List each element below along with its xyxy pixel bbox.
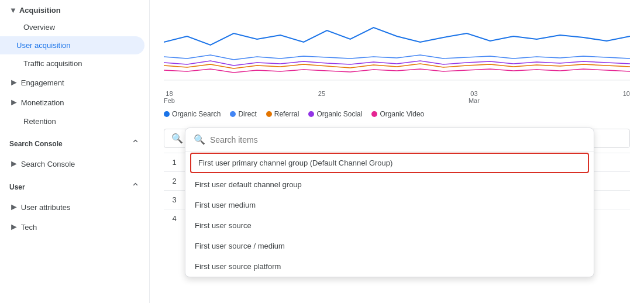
monetization-label: Monetization	[21, 98, 64, 107]
search-console-section-label: Search Console	[9, 140, 63, 148]
user-section-header[interactable]: User ⌃	[0, 174, 149, 197]
organic-search-label: Organic Search	[172, 110, 221, 118]
sidebar-item-tech[interactable]: ► Tech	[0, 217, 149, 237]
user-acquisition-label: User acquisition	[16, 41, 71, 50]
x-label-10: 10	[623, 90, 630, 104]
dropdown-search-row: 🔍	[185, 128, 594, 152]
dropdown-item-label-0: First user primary channel group (Defaul…	[198, 159, 392, 167]
user-attributes-label: User attributes	[21, 203, 71, 212]
legend-item-organic-video[interactable]: Organic Video	[371, 110, 424, 118]
search-console-item-label: Search Console	[21, 160, 75, 168]
search-icon: 🔍	[171, 133, 183, 144]
dropdown-search-input[interactable]	[210, 135, 586, 144]
expand-icon-search-console: ►	[9, 159, 19, 169]
expand-icon-user-attributes: ►	[9, 202, 19, 212]
direct-dot	[230, 111, 236, 117]
chart-legend: Organic Search Direct Referral Organic S…	[150, 104, 644, 124]
user-section-label: User	[9, 183, 25, 191]
tech-label: Tech	[21, 223, 37, 232]
sidebar-item-traffic-acquisition[interactable]: Traffic acquisition	[0, 54, 144, 73]
x-label-03: 03Mar	[469, 90, 480, 104]
retention-label: Retention	[23, 117, 56, 126]
sidebar-item-search-console[interactable]: ► Search Console	[0, 154, 149, 174]
search-console-section-header[interactable]: Search Console ⌃	[0, 130, 149, 154]
row-number-4: 4	[164, 214, 185, 223]
row-number-3: 3	[164, 195, 185, 204]
sidebar-item-user-acquisition[interactable]: User acquisition	[0, 36, 144, 54]
sidebar-item-monetization[interactable]: ► Monetization	[0, 92, 149, 112]
dropdown-item-2[interactable]: First user medium	[185, 195, 594, 215]
direct-label: Direct	[238, 110, 256, 118]
sidebar-item-engagement[interactable]: ► Engagement	[0, 73, 149, 92]
legend-item-referral[interactable]: Referral	[266, 110, 299, 118]
sidebar-item-retention[interactable]: Retention	[0, 112, 144, 130]
dropdown-item-label-5: First user source platform	[195, 262, 281, 271]
x-label-18: 18Feb	[164, 90, 175, 104]
dropdown-item-3[interactable]: First user source	[185, 215, 594, 236]
organic-video-label: Organic Video	[380, 110, 424, 118]
engagement-label: Engagement	[21, 78, 64, 87]
dropdown-search-icon: 🔍	[194, 134, 205, 145]
traffic-acquisition-label: Traffic acquisition	[23, 59, 82, 68]
dropdown-overlay: 🔍 First user primary channel group (Defa…	[185, 128, 594, 277]
acquisition-label: Acquisition	[19, 6, 61, 15]
sidebar-item-user-attributes[interactable]: ► User attributes	[0, 197, 149, 217]
dropdown-item-label-3: First user source	[195, 221, 252, 230]
row-number-2: 2	[164, 177, 185, 185]
overview-label: Overview	[23, 23, 55, 32]
dropdown-item-label-2: First user medium	[195, 201, 256, 209]
organic-video-dot	[371, 111, 377, 117]
main-content: 18Feb 25 03Mar 10 Organic Search Direct …	[150, 0, 644, 303]
organic-social-dot	[308, 111, 314, 117]
organic-social-label: Organic Social	[316, 110, 362, 118]
x-label-25: 25	[318, 90, 325, 104]
legend-item-direct[interactable]: Direct	[230, 110, 256, 118]
expand-icon-monetization: ►	[9, 97, 19, 108]
legend-item-organic-search[interactable]: Organic Search	[164, 110, 221, 118]
sidebar-item-overview[interactable]: Overview	[0, 18, 144, 36]
row-number-1: 1	[164, 158, 185, 167]
user-section-chevron[interactable]: ⌃	[131, 181, 140, 194]
dropdown-item-5[interactable]: First user source platform	[185, 256, 594, 277]
expand-icon-tech: ►	[9, 222, 19, 232]
acquisition-section[interactable]: ▼ Acquisition	[0, 2, 149, 18]
organic-search-dot	[164, 111, 170, 117]
dropdown-item-0[interactable]: First user primary channel group (Defaul…	[190, 153, 589, 173]
referral-dot	[266, 111, 272, 117]
chart-x-labels: 18Feb 25 03Mar 10	[164, 89, 630, 104]
expand-icon: ▼	[9, 6, 17, 15]
referral-label: Referral	[274, 110, 299, 118]
dropdown-item-4[interactable]: First user source / medium	[185, 236, 594, 256]
chart-area: 18Feb 25 03Mar 10	[150, 0, 644, 104]
dropdown-item-label-4: First user source / medium	[195, 242, 285, 250]
search-console-chevron[interactable]: ⌃	[131, 137, 140, 150]
expand-icon-engagement: ►	[9, 77, 19, 88]
dropdown-item-1[interactable]: First user default channel group	[185, 174, 594, 195]
legend-item-organic-social[interactable]: Organic Social	[308, 110, 362, 118]
chart-svg	[164, 7, 630, 89]
sidebar: ▼ Acquisition Overview User acquisition …	[0, 0, 150, 303]
dropdown-item-label-1: First user default channel group	[195, 180, 302, 189]
